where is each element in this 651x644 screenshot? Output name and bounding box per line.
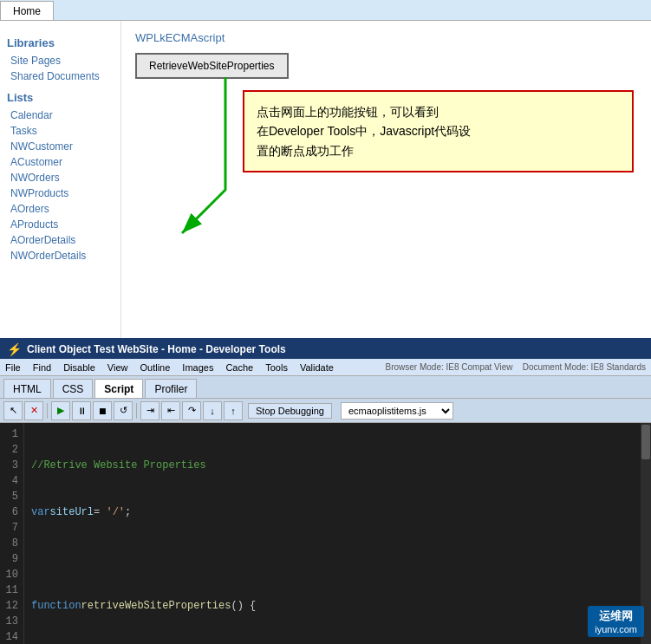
tab-html[interactable]: HTML: [3, 379, 51, 398]
devtools-tabs: HTML CSS Script Profiler: [0, 376, 651, 399]
file-dropdown[interactable]: ecmaoplistitems.js: [341, 402, 453, 420]
sidebar-item-nworders[interactable]: NWOrders: [7, 170, 114, 185]
menu-validate[interactable]: Validate: [300, 362, 334, 373]
menu-file[interactable]: File: [5, 362, 21, 373]
toolbar-sep2: [136, 403, 137, 419]
sidebar-item-nwproducts[interactable]: NWProducts: [7, 185, 114, 201]
menu-view[interactable]: View: [107, 362, 128, 373]
code-line-1: //Retrive Website Properties: [31, 458, 634, 473]
toolbar-pause-btn[interactable]: ⏸: [72, 401, 91, 420]
code-content: //Retrive Website Properties var siteUrl…: [24, 423, 641, 644]
tooltip-box: 点击网面上的功能按钮，可以看到在Developer Tools中，Javascr…: [243, 90, 634, 172]
toolbar-stop-btn[interactable]: ✕: [24, 401, 43, 420]
menu-outline[interactable]: Outline: [140, 362, 170, 373]
scrollbar-thumb[interactable]: [641, 425, 650, 459]
toolbar-play-btn[interactable]: ▶: [51, 401, 70, 420]
sidebar-item-nworderdetails[interactable]: NWOrderDetails: [7, 248, 114, 263]
sidebar-item-nwcustomer[interactable]: NWCustomer: [7, 139, 114, 154]
menu-tools[interactable]: Tools: [265, 362, 288, 373]
sidebar-item-shared-documents[interactable]: Shared Documents: [7, 68, 114, 84]
sidebar-item-aorders[interactable]: AOrders: [7, 201, 114, 217]
devtools-toolbar: ↖ ✕ ▶ ⏸ ⏹ ↺ ⇥ ⇤ ↷ ↓ ↑ Stop Debugging ecm…: [0, 399, 651, 423]
sidebar-item-site-pages[interactable]: Site Pages: [7, 53, 114, 68]
content-area: WPLkECMAscript RetrieveWebSiteProperties…: [121, 21, 651, 338]
toolbar-step-btn[interactable]: ⏹: [93, 401, 112, 420]
tab-script[interactable]: Script: [94, 379, 143, 398]
code-line-3: [31, 551, 634, 567]
toolbar-pointer-btn[interactable]: ↖: [3, 401, 23, 420]
sidebar-item-aproducts[interactable]: AProducts: [7, 217, 114, 232]
line-numbers: 1 2 3 4 5 6 7 8 9 10 11 12 13 14 15: [0, 423, 24, 644]
libraries-heading: Libraries: [7, 36, 114, 49]
stop-debugging-btn[interactable]: Stop Debugging: [248, 403, 332, 419]
sidebar-item-acustomer[interactable]: ACustomer: [7, 154, 114, 170]
sidebar-item-calendar[interactable]: Calendar: [7, 107, 114, 123]
toolbar-refresh-btn[interactable]: ↺: [114, 401, 133, 420]
sidebar-item-aorderdetails[interactable]: AOrderDetails: [7, 232, 114, 248]
menu-disable[interactable]: Disable: [63, 362, 95, 373]
browser-mode: Browser Mode: IE8 Compat View Document M…: [385, 362, 646, 372]
retrieve-button[interactable]: RetrieveWebSiteProperties: [135, 53, 289, 79]
menu-find[interactable]: Find: [33, 362, 51, 373]
toolbar-stepover-btn[interactable]: ↷: [182, 401, 201, 420]
devtools-title: Client Object Test WebSite - Home - Deve…: [27, 343, 286, 355]
toolbar-outdent-btn[interactable]: ⇤: [161, 401, 180, 420]
tab-profiler[interactable]: Profiler: [145, 379, 197, 398]
menu-images[interactable]: Images: [182, 362, 213, 373]
home-tab[interactable]: Home: [0, 1, 54, 20]
sidebar-item-tasks[interactable]: Tasks: [7, 123, 114, 139]
lists-heading: Lists: [7, 91, 114, 104]
menu-cache[interactable]: Cache: [225, 362, 253, 373]
toolbar-stepout-btn[interactable]: ↑: [224, 401, 243, 420]
script-title: WPLkECMAscript: [135, 31, 637, 44]
code-area[interactable]: 1 2 3 4 5 6 7 8 9 10 11 12 13 14 15 //Re…: [0, 423, 651, 644]
code-line-2: var siteUrl = '/';: [31, 504, 634, 520]
tab-css[interactable]: CSS: [53, 379, 94, 398]
toolbar-indent-btn[interactable]: ⇥: [140, 401, 159, 420]
watermark-url: iyunv.com: [595, 624, 637, 634]
devtools-menubar: File Find Disable View Outline Images Ca…: [0, 359, 651, 376]
devtools-section: ⚡ Client Object Test WebSite - Home - De…: [0, 338, 651, 644]
devtools-titlebar: ⚡ Client Object Test WebSite - Home - De…: [0, 340, 651, 359]
tooltip-text: 点击网面上的功能按钮，可以看到在Developer Tools中，Javascr…: [257, 105, 471, 158]
code-line-4: function retriveWebSiteProperties() {: [31, 598, 634, 614]
watermark: 运维网 iyunv.com: [588, 606, 644, 637]
toolbar-sep1: [47, 403, 48, 419]
devtools-icon: ⚡: [7, 342, 22, 356]
sidebar: Libraries Site Pages Shared Documents Li…: [0, 21, 121, 338]
toolbar-stepinto-btn[interactable]: ↓: [203, 401, 222, 420]
watermark-site: 运维网: [595, 608, 637, 624]
